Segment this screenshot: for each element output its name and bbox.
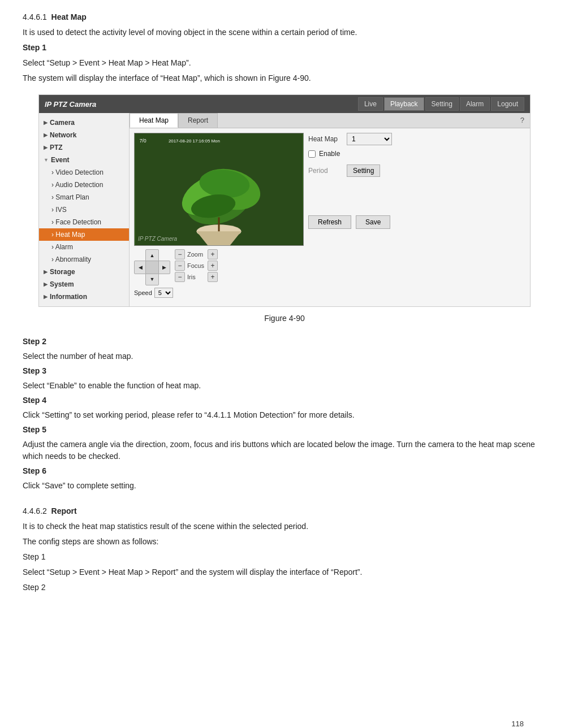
triangle-icon: ▶ (44, 132, 48, 138)
triangle-icon: ▶ (44, 120, 48, 125)
iris-label: Iris (187, 274, 205, 280)
sidebar-item-camera[interactable]: ▶ Camera (39, 116, 129, 129)
triangle-icon: ▶ (44, 269, 48, 275)
sidebar: ▶ Camera ▶ Network ▶ PTZ ▼ Event › Video… (39, 113, 130, 306)
speed-select[interactable]: 5 1 2 3 4 (154, 288, 173, 298)
inner-content: 7/0 2017-08-20 17:16:05 Mon IP PTZ Camer… (130, 128, 530, 302)
sidebar-item-audio-detection[interactable]: › Audio Detection (39, 179, 129, 191)
dpad-center-button[interactable] (145, 261, 159, 274)
triangle-icon: ▶ (44, 145, 48, 150)
save-button[interactable]: Save (356, 215, 390, 229)
sidebar-item-video-detection[interactable]: › Video Detection (39, 166, 129, 179)
video-area: 7/0 2017-08-20 17:16:05 Mon IP PTZ Camer… (134, 133, 304, 298)
camera-ui-screenshot: IP PTZ Camera Live Playback Setting Alar… (38, 94, 531, 307)
right-panel: Heat Map 1 2 3 Enable (308, 133, 525, 298)
enable-row: Enable (308, 150, 525, 158)
content-pane: Heat Map Report ? (130, 113, 530, 306)
sidebar-item-alarm[interactable]: › Alarm (39, 241, 129, 253)
heat-map-number-select[interactable]: 1 2 3 (347, 133, 392, 145)
step3-label: Step 3 (23, 366, 46, 375)
sidebar-item-information[interactable]: ▶ Information (39, 291, 129, 303)
refresh-button[interactable]: Refresh (308, 215, 351, 229)
step1-label: Step 1 (23, 43, 46, 52)
page-number: 118 (511, 720, 524, 728)
steps-section: Step 2 Select the number of heat map. St… (23, 336, 546, 492)
step6-label: Step 6 (23, 466, 46, 475)
enable-checkbox[interactable] (308, 150, 316, 158)
period-row: Period Setting (308, 164, 525, 177)
focus-plus-button[interactable]: + (208, 261, 218, 271)
sidebar-item-face-detection[interactable]: › Face Detection (39, 216, 129, 228)
triangle-down-icon: ▼ (44, 157, 49, 163)
action-buttons-row: Refresh Save (308, 215, 525, 229)
heat-map-field-label: Heat Map (308, 135, 342, 143)
help-icon[interactable]: ? (515, 113, 530, 128)
step5-text: Adjust the camera angle via the directio… (23, 439, 546, 462)
zoom-row: − Zoom + (175, 249, 218, 259)
tab-heat-map[interactable]: Heat Map (130, 113, 178, 128)
dpad-up-button[interactable]: ▲ (145, 249, 159, 262)
focus-row: − Focus + (175, 261, 218, 271)
figure-caption: Figure 4-90 (23, 313, 546, 324)
heat-map-select-row: Heat Map 1 2 3 (308, 133, 525, 145)
report-intro1: It is to check the heat map statistics r… (23, 521, 546, 532)
report-step2-label: Step 2 (23, 582, 546, 593)
step2-label: Step 2 (23, 337, 46, 346)
dpad-down-button[interactable]: ▼ (145, 273, 159, 285)
nav-live[interactable]: Live (358, 97, 383, 111)
nav-alarm[interactable]: Alarm (460, 97, 490, 111)
zoom-plus-button[interactable]: + (208, 249, 218, 259)
triangle-icon: ▶ (44, 281, 48, 287)
main-area: ▶ Camera ▶ Network ▶ PTZ ▼ Event › Video… (39, 113, 530, 306)
zoom-minus-button[interactable]: − (175, 249, 185, 259)
step2-text: Select the number of heat map. (23, 350, 546, 362)
sidebar-item-ptz[interactable]: ▶ PTZ (39, 141, 129, 154)
period-setting-button[interactable]: Setting (347, 164, 380, 177)
focus-label: Focus (187, 262, 205, 269)
nav-setting[interactable]: Setting (425, 97, 459, 111)
camera-controls: ▲ ▼ ◀ ▶ − Zoom + (134, 249, 304, 285)
step4-label: Step 4 (23, 396, 46, 405)
sidebar-item-smart-plan[interactable]: › Smart Plan (39, 191, 129, 203)
dpad-right-button[interactable]: ▶ (158, 261, 170, 274)
section-heading: 4.4.6.1 Heat Map (23, 11, 546, 23)
nav-logout[interactable]: Logout (491, 97, 524, 111)
report-intro2: The config steps are shown as follows: (23, 536, 546, 548)
dpad-left-button[interactable]: ◀ (134, 261, 146, 274)
intro-text: It is used to detect the activity level … (23, 27, 546, 38)
report-step1-label: Step 1 (23, 551, 546, 563)
svg-text:2017-08-20 17:16:05 Mon: 2017-08-20 17:16:05 Mon (169, 138, 220, 144)
step1-text2: The system will display the interface of… (23, 72, 546, 84)
step5-label: Step 5 (23, 425, 46, 434)
focus-minus-button[interactable]: − (175, 261, 185, 271)
period-label: Period (308, 167, 342, 175)
report-step1-text: Select “Setup > Event > Heat Map > Repor… (23, 566, 546, 578)
enable-label: Enable (319, 150, 340, 158)
tab-report[interactable]: Report (178, 113, 218, 128)
report-section-heading: 4.4.6.2 Report (23, 505, 546, 517)
brand-logo: IP PTZ Camera (45, 100, 96, 109)
sidebar-item-heat-map[interactable]: › Heat Map (39, 228, 129, 241)
triangle-icon: ▶ (44, 294, 48, 300)
iris-plus-button[interactable]: + (208, 272, 218, 282)
top-nav: IP PTZ Camera Live Playback Setting Alar… (39, 95, 530, 113)
nav-playback[interactable]: Playback (384, 97, 424, 111)
video-watermark: IP PTZ Camera (138, 236, 177, 242)
step3-text: Select “Enable” to enable the function o… (23, 380, 546, 392)
nav-links: Live Playback Setting Alarm Logout (358, 97, 524, 111)
zoom-label: Zoom (187, 251, 205, 258)
sidebar-item-ivs[interactable]: › IVS (39, 203, 129, 216)
sidebar-item-event[interactable]: ▼ Event (39, 154, 129, 166)
report-section: 4.4.6.2 Report It is to check the heat m… (23, 505, 546, 593)
sidebar-item-storage[interactable]: ▶ Storage (39, 266, 129, 278)
zoom-focus-iris-controls: − Zoom + − Focus + − (175, 249, 218, 282)
content-tabs: Heat Map Report ? (130, 113, 530, 128)
iris-minus-button[interactable]: − (175, 272, 185, 282)
iris-row: − Iris + (175, 272, 218, 282)
sidebar-item-abnormality[interactable]: › Abnormality (39, 253, 129, 266)
sidebar-item-system[interactable]: ▶ System (39, 278, 129, 291)
step4-text: Click “Setting” to set working period, p… (23, 409, 546, 421)
sidebar-item-network[interactable]: ▶ Network (39, 129, 129, 141)
speed-row: Speed 5 1 2 3 4 (134, 288, 304, 298)
video-preview: 7/0 2017-08-20 17:16:05 Mon IP PTZ Camer… (134, 133, 304, 246)
